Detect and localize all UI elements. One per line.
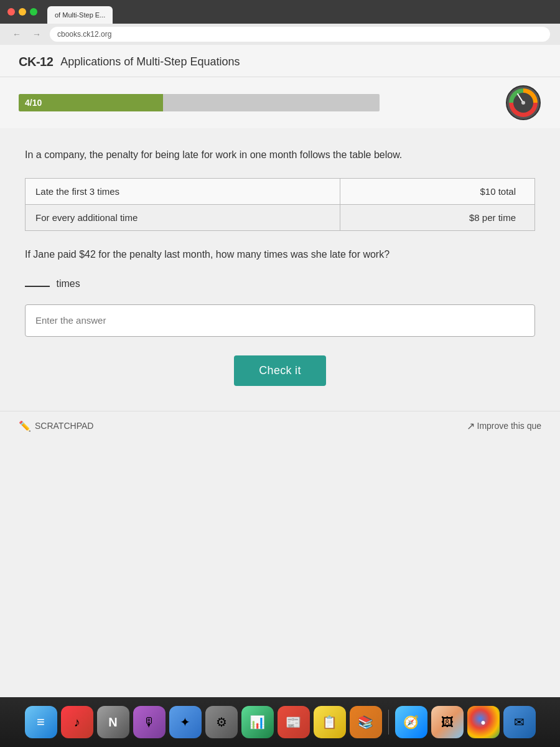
unit-label: times: [56, 278, 80, 289]
dock: ≡ ♪ N 🎙 ✦ ⚙ 📊 📰 📋 📚 🧭 🖼 ● ✉: [0, 697, 560, 747]
minimize-button[interactable]: [19, 8, 26, 16]
charts-icon: 📊: [250, 715, 265, 730]
forward-button[interactable]: →: [30, 28, 44, 40]
dock-item-launchpad[interactable]: ✦: [169, 706, 202, 738]
answer-input[interactable]: [35, 315, 525, 326]
table-cell-condition-2: For every additional time: [26, 204, 340, 230]
scratchpad-button[interactable]: ✏️ SCRATCHPAD: [19, 420, 93, 432]
notification-icon: N: [108, 715, 117, 730]
main-content: CK-12 Applications of Multi-Step Equatio…: [0, 45, 560, 717]
tab-strip: of Multi-Step E...: [47, 0, 553, 24]
improve-label: Improve this que: [477, 421, 542, 431]
progress-bar: 4/10: [19, 94, 380, 111]
page-title: Applications of Multi-Step Equations: [60, 55, 240, 68]
podcast-icon: 🎙: [143, 715, 156, 730]
dock-item-charts[interactable]: 📊: [241, 706, 274, 738]
back-button[interactable]: ←: [10, 28, 24, 40]
launchpad-icon: ✦: [180, 715, 190, 730]
tab-title: of Multi-Step E...: [55, 11, 105, 19]
dock-item-books[interactable]: 📚: [350, 706, 382, 738]
gauge-container: [505, 85, 541, 121]
browser-chrome: of Multi-Step E...: [0, 0, 560, 24]
penalty-table: Late the first 3 times $10 total For eve…: [25, 178, 535, 231]
check-it-button[interactable]: Check it: [234, 355, 325, 386]
progress-label: 4/10: [25, 98, 42, 108]
dock-item-mail[interactable]: ✉: [503, 706, 536, 738]
finder-icon: ≡: [37, 714, 45, 730]
table-cell-penalty-1: $10 total: [340, 178, 534, 204]
ck12-logo: CK-12: [19, 55, 53, 69]
address-row: ← → cbooks.ck12.org: [0, 24, 560, 45]
url-bar[interactable]: cbooks.ck12.org: [50, 27, 550, 42]
dock-item-photos[interactable]: 🖼: [431, 706, 464, 738]
scratchpad-icon: ✏️: [19, 420, 31, 432]
answer-input-wrapper[interactable]: [25, 304, 535, 337]
scratchpad-label: SCRATCHPAD: [35, 421, 93, 431]
bottom-bar: ✏️ SCRATCHPAD ↗ Improve this que: [0, 411, 560, 441]
url-text: cbooks.ck12.org: [57, 30, 111, 39]
table-row: Late the first 3 times $10 total: [26, 178, 535, 204]
question-subtext: If Jane paid $42 for the penalty last mo…: [25, 246, 535, 263]
dock-item-finder[interactable]: ≡: [25, 706, 57, 738]
progress-row: 4/10: [0, 77, 560, 128]
dock-item-podcast[interactable]: 🎙: [133, 706, 166, 738]
news-icon: 📰: [286, 715, 301, 730]
music-icon: ♪: [74, 715, 80, 730]
chrome-icon: ●: [480, 717, 485, 727]
safari-icon: 🧭: [403, 715, 419, 730]
books-icon: 📚: [358, 715, 373, 730]
close-button[interactable]: [7, 8, 15, 16]
notes-icon: 📋: [322, 715, 337, 730]
ck12-header: CK-12 Applications of Multi-Step Equatio…: [0, 45, 560, 77]
traffic-lights: [7, 8, 37, 16]
dock-item-settings[interactable]: ⚙: [205, 706, 238, 738]
improve-link[interactable]: ↗ Improve this que: [467, 420, 542, 432]
maximize-button[interactable]: [30, 8, 37, 16]
dock-item-safari[interactable]: 🧭: [395, 706, 427, 738]
gauge-icon: [505, 85, 541, 121]
dock-separator: [388, 710, 389, 735]
dock-item-music[interactable]: ♪: [61, 706, 93, 738]
answer-blank: [25, 286, 50, 287]
title-row: CK-12 Applications of Multi-Step Equatio…: [19, 55, 541, 69]
question-area: In a company, the penalty for being late…: [0, 128, 560, 405]
settings-icon: ⚙: [216, 715, 227, 730]
dock-item-notes[interactable]: 📋: [314, 706, 346, 738]
table-cell-condition-1: Late the first 3 times: [26, 178, 340, 204]
table-row: For every additional time $8 per time: [26, 204, 535, 230]
table-cell-penalty-2: $8 per time: [340, 204, 534, 230]
photos-icon: 🖼: [441, 715, 454, 730]
active-tab[interactable]: of Multi-Step E...: [47, 6, 113, 24]
improve-arrow-icon: ↗: [467, 420, 475, 432]
dock-item-notification[interactable]: N: [97, 706, 129, 738]
dock-item-chrome[interactable]: ●: [467, 706, 500, 738]
dock-item-news[interactable]: 📰: [278, 706, 310, 738]
intro-text: In a company, the penalty for being late…: [25, 147, 535, 163]
svg-point-3: [521, 101, 525, 105]
mail-icon: ✉: [514, 715, 525, 730]
blank-line: times: [25, 275, 535, 292]
